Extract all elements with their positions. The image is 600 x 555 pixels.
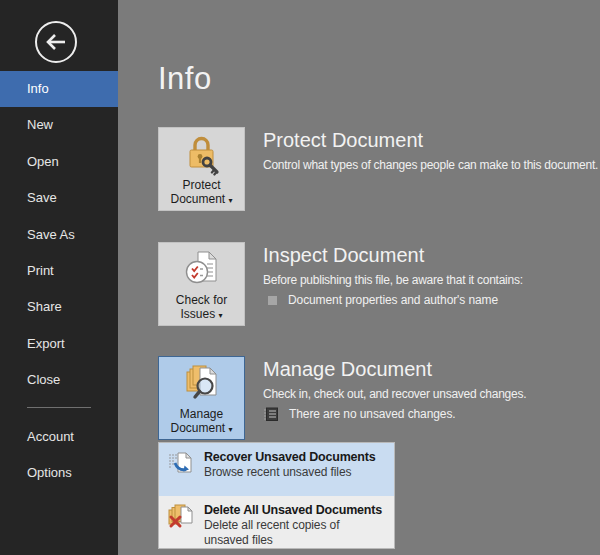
menu-item-recover-unsaved-documents[interactable]: Recover Unsaved Documents Browse recent … bbox=[159, 443, 394, 496]
recover-unsaved-documents-subtitle: Browse recent unsaved files bbox=[204, 465, 375, 480]
unsaved-changes-status-text: There are no unsaved changes. bbox=[289, 407, 456, 421]
delete-documents-icon bbox=[167, 503, 193, 529]
manage-document-heading: Manage Document bbox=[263, 357, 600, 381]
sidebar-item-account[interactable]: Account bbox=[0, 419, 118, 455]
menu-item-delete-all-unsaved-documents[interactable]: Delete All Unsaved Documents Delete all … bbox=[159, 496, 394, 549]
sidebar-nav: Info New Open Save Save As Print Share E… bbox=[0, 71, 118, 399]
manage-document-description: Check in, check out, and recover unsaved… bbox=[263, 386, 600, 403]
unsaved-changes-status-row: There are no unsaved changes. bbox=[263, 406, 600, 422]
sidebar-item-close[interactable]: Close bbox=[0, 362, 118, 398]
check-for-issues-button[interactable]: Check for Issues ▾ bbox=[158, 242, 245, 326]
protect-document-button[interactable]: Protect Document ▾ bbox=[158, 127, 245, 211]
check-issues-icon bbox=[183, 249, 221, 291]
page-title: Info bbox=[158, 61, 212, 97]
protect-document-heading: Protect Document bbox=[263, 128, 600, 152]
sidebar-item-save[interactable]: Save bbox=[0, 180, 118, 216]
check-for-issues-button-label: Check for Issues ▾ bbox=[159, 293, 244, 323]
unsaved-changes-icon bbox=[263, 406, 279, 422]
sidebar-item-options[interactable]: Options bbox=[0, 455, 118, 491]
bullet-square-icon bbox=[268, 296, 277, 305]
delete-all-unsaved-documents-title: Delete All Unsaved Documents bbox=[204, 502, 386, 518]
sidebar-item-open[interactable]: Open bbox=[0, 144, 118, 180]
inspect-document-heading: Inspect Document bbox=[263, 243, 600, 267]
recover-document-icon bbox=[167, 450, 193, 476]
sidebar-item-share[interactable]: Share bbox=[0, 289, 118, 325]
sidebar-item-new[interactable]: New bbox=[0, 107, 118, 143]
inspect-bullet-text: Document properties and author's name bbox=[288, 293, 498, 307]
back-arrow-icon bbox=[33, 19, 79, 65]
sidebar-item-info[interactable]: Info bbox=[0, 71, 118, 107]
sidebar-item-export[interactable]: Export bbox=[0, 326, 118, 362]
sidebar-item-save-as[interactable]: Save As bbox=[0, 217, 118, 253]
back-button[interactable] bbox=[33, 19, 79, 65]
recover-unsaved-documents-title: Recover Unsaved Documents bbox=[204, 449, 375, 465]
dropdown-arrow-icon: ▾ bbox=[219, 311, 223, 320]
manage-document-icon bbox=[183, 363, 221, 405]
protect-document-button-label: Protect Document ▾ bbox=[159, 178, 244, 208]
manage-document-button-label: Manage Document ▾ bbox=[159, 407, 244, 437]
sidebar-footer-nav: Account Options bbox=[0, 419, 118, 492]
dropdown-arrow-icon: ▾ bbox=[229, 425, 233, 434]
backstage-sidebar: Info New Open Save Save As Print Share E… bbox=[0, 0, 118, 555]
sidebar-divider bbox=[27, 407, 91, 408]
inspect-document-description: Before publishing this file, be aware th… bbox=[263, 272, 600, 289]
manage-document-button[interactable]: Manage Document ▾ bbox=[158, 356, 245, 440]
delete-all-unsaved-documents-subtitle: Delete all recent copies of unsaved file… bbox=[204, 518, 386, 548]
dropdown-arrow-icon: ▾ bbox=[229, 196, 233, 205]
sidebar-item-print[interactable]: Print bbox=[0, 253, 118, 289]
inspect-bullet-row: Document properties and author's name bbox=[263, 293, 600, 307]
lock-key-icon bbox=[183, 134, 221, 176]
manage-document-dropdown-menu: Recover Unsaved Documents Browse recent … bbox=[158, 442, 395, 549]
protect-document-description: Control what types of changes people can… bbox=[263, 157, 600, 174]
